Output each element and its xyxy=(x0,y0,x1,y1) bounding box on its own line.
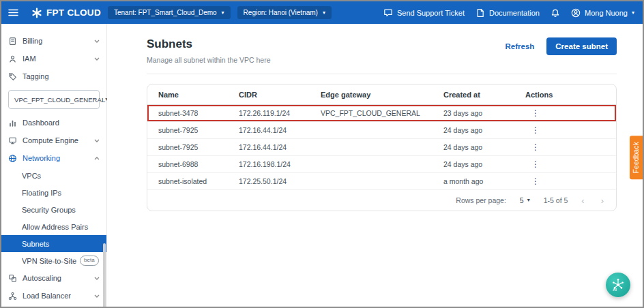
billing-icon xyxy=(8,37,17,46)
sidebar-item-autoscaling[interactable]: Autoscaling xyxy=(1,269,106,287)
caret-down-icon: ▾ xyxy=(527,198,530,203)
sidebar-item-label: Autoscaling xyxy=(23,274,61,282)
col-header-actions: Actions xyxy=(525,91,605,99)
topbar-right: Send Support Ticket Documentation xyxy=(383,8,634,18)
sidebar-subitem-label: Floating IPs xyxy=(22,189,61,197)
col-header-created-at: Created at xyxy=(443,91,525,99)
user-menu[interactable]: Mong Nuong ▾ xyxy=(571,8,634,18)
sidebar-item-subnets[interactable]: Subnets xyxy=(1,235,106,252)
col-header-name: Name xyxy=(158,91,239,99)
tenant-selector[interactable]: Tenant: FPT_Smart_Cloud_Demo ▾ xyxy=(108,6,231,19)
table-row[interactable]: subnet-isolated 172.25.50.1/24 a month a… xyxy=(147,173,616,190)
cell-name: subnet-6988 xyxy=(158,160,239,168)
tenant-label: Tenant: FPT_Smart_Cloud_Demo xyxy=(114,9,217,16)
cell-name: subnet-isolated xyxy=(158,177,239,185)
cell-cidr: 172.16.44.1/24 xyxy=(239,143,321,151)
sidebar-item-iam[interactable]: IAM xyxy=(1,50,106,67)
topbar: FPT CLOUD Tenant: FPT_Smart_Cloud_Demo ▾… xyxy=(1,1,643,24)
page-actions: Refresh Create subnet xyxy=(505,37,617,55)
region-selector[interactable]: Region: Hanoi (Vietnam) ▾ xyxy=(237,6,332,19)
table-row[interactable]: subnet-7925 172.16.44.1/24 24 days ago ⋮ xyxy=(147,122,616,139)
create-subnet-button[interactable]: Create subnet xyxy=(546,37,617,55)
sidebar-item-vpcs[interactable]: VPCs xyxy=(1,167,106,184)
hamburger-icon xyxy=(8,9,18,16)
sidebar-subitem-label: Security Groups xyxy=(22,206,76,214)
region-label: Region: Hanoi (Vietnam) xyxy=(244,9,318,16)
chevron-down-icon xyxy=(94,277,100,280)
row-actions-kebab-icon[interactable]: ⋮ xyxy=(531,108,540,118)
app-window: FPT CLOUD Tenant: FPT_Smart_Cloud_Demo ▾… xyxy=(0,0,644,308)
table-pagination: Rows per page: 5 ▾ 1-5 of 5 ‹ › xyxy=(147,190,616,211)
table-header-row: Name CIDR Edge gateway Created at Action… xyxy=(147,84,616,105)
sidebar-item-security-groups[interactable]: Security Groups xyxy=(1,201,106,218)
row-actions-kebab-icon[interactable]: ⋮ xyxy=(531,159,540,169)
sidebar-subitem-label: Allow Address Pairs xyxy=(22,223,88,231)
page-header: Subnets Manage all subnet within the VPC… xyxy=(107,24,643,64)
cell-created-at: 24 days ago xyxy=(443,143,525,151)
cell-edge-gateway: VPC_FPT_CLOUD_GENERAL xyxy=(321,109,443,117)
pagination-range-label: 1-5 of 5 xyxy=(544,196,568,204)
rows-per-page-label: Rows per page: xyxy=(456,196,506,204)
next-page-button[interactable]: › xyxy=(601,196,604,206)
bell-icon xyxy=(551,8,560,18)
table-row[interactable]: subnet-6988 172.16.198.1/24 24 days ago … xyxy=(147,156,616,173)
fpt-logo-star-icon xyxy=(31,7,42,18)
documentation-icon xyxy=(475,8,485,18)
ai-chat-button[interactable]: AI xyxy=(606,273,630,297)
prev-page-button[interactable]: ‹ xyxy=(581,196,584,206)
row-actions-kebab-icon[interactable]: ⋮ xyxy=(531,125,540,135)
send-support-ticket-link[interactable]: Send Support Ticket xyxy=(383,8,465,18)
ai-chat-icon: AI xyxy=(611,277,626,292)
logo-text: FPT CLOUD xyxy=(46,7,101,18)
sidebar-item-label: Billing xyxy=(23,37,42,45)
rows-per-page-value: 5 xyxy=(520,196,524,204)
pagination-controls: ‹ › xyxy=(581,196,604,206)
sidebar-item-label: Compute Engine xyxy=(23,136,78,144)
table-row[interactable]: subnet-7925 172.16.44.1/24 24 days ago ⋮ xyxy=(147,139,616,156)
sidebar-item-vpn-site-to-site[interactable]: VPN Site-to-Site beta xyxy=(1,252,106,269)
row-actions-kebab-icon[interactable]: ⋮ xyxy=(531,176,540,186)
sidebar-item-tagging[interactable]: Tagging xyxy=(1,67,106,85)
cell-name: subnet-7925 xyxy=(158,126,239,134)
rows-per-page-select[interactable]: 5 ▾ xyxy=(520,196,530,204)
caret-down-icon: ▾ xyxy=(632,10,634,16)
cell-cidr: 172.16.44.1/24 xyxy=(239,126,321,134)
page-title: Subnets xyxy=(147,37,271,51)
cell-cidr: 172.16.198.1/24 xyxy=(239,160,321,168)
hamburger-menu-icon[interactable] xyxy=(1,1,25,24)
tag-icon xyxy=(8,72,17,81)
sidebar-item-label: IAM xyxy=(23,55,36,63)
main-content: Subnets Manage all subnet within the VPC… xyxy=(107,24,643,307)
feedback-tab[interactable]: Feedback xyxy=(630,136,643,179)
beta-badge: beta xyxy=(80,256,99,265)
caret-down-icon: ▾ xyxy=(323,10,325,16)
refresh-button[interactable]: Refresh xyxy=(505,42,534,50)
cell-created-at: 23 days ago xyxy=(443,109,525,117)
sidebar-item-load-balancer[interactable]: Load Balancer xyxy=(1,287,106,305)
cell-created-at: a month ago xyxy=(443,177,525,185)
header-divider xyxy=(147,74,617,74)
sidebar-item-dashboard[interactable]: Dashboard xyxy=(1,114,106,132)
table-row[interactable]: subnet-3478 172.26.119.1/24 VPC_FPT_CLOU… xyxy=(147,105,616,122)
sidebar-item-compute-engine[interactable]: Compute Engine xyxy=(1,132,106,149)
sidebar-item-billing[interactable]: Billing xyxy=(1,32,106,50)
vpc-selector[interactable]: VPC_FPT_CLOUD_GENERAL ▾ xyxy=(8,90,100,109)
sidebar-item-label: Dashboard xyxy=(23,119,59,127)
iam-icon xyxy=(8,55,17,63)
page-subtitle: Manage all subnet within the VPC here xyxy=(147,56,271,64)
caret-down-icon: ▾ xyxy=(222,10,224,16)
vpc-selector-value: VPC_FPT_CLOUD_GENERAL xyxy=(14,96,105,104)
sidebar-item-allow-address-pairs[interactable]: Allow Address Pairs xyxy=(1,218,106,235)
documentation-link[interactable]: Documentation xyxy=(475,8,540,18)
subnets-table: Name CIDR Edge gateway Created at Action… xyxy=(147,84,617,211)
cell-cidr: 172.26.119.1/24 xyxy=(239,109,321,117)
row-actions-kebab-icon[interactable]: ⋮ xyxy=(531,142,540,152)
sidebar-item-label: Load Balancer xyxy=(23,292,71,300)
notifications-button[interactable] xyxy=(551,8,560,18)
sidebar-subitem-label: VPN Site-to-Site xyxy=(22,257,76,265)
sidebar-item-networking[interactable]: Networking xyxy=(1,149,106,167)
fpt-cloud-logo: FPT CLOUD xyxy=(31,7,101,18)
sidebar-scrollbar[interactable] xyxy=(103,243,106,308)
sidebar-item-floating-ips[interactable]: Floating IPs xyxy=(1,184,106,201)
col-header-edge-gateway: Edge gateway xyxy=(321,91,443,99)
